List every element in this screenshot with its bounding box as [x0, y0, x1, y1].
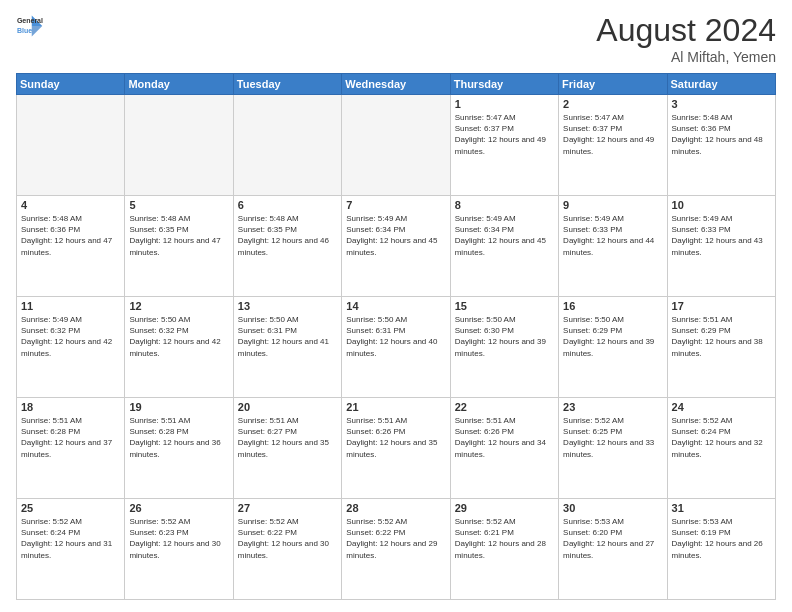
calendar-cell-w3-d7: 17Sunrise: 5:51 AMSunset: 6:29 PMDayligh…: [667, 297, 775, 398]
day-info: Sunrise: 5:52 AMSunset: 6:22 PMDaylight:…: [238, 516, 337, 561]
day-number: 15: [455, 300, 554, 312]
logo: General Blue: [16, 12, 44, 40]
calendar-cell-w2-d3: 6Sunrise: 5:48 AMSunset: 6:35 PMDaylight…: [233, 196, 341, 297]
calendar-cell-w5-d5: 29Sunrise: 5:52 AMSunset: 6:21 PMDayligh…: [450, 499, 558, 600]
day-info: Sunrise: 5:50 AMSunset: 6:32 PMDaylight:…: [129, 314, 228, 359]
calendar-cell-w5-d3: 27Sunrise: 5:52 AMSunset: 6:22 PMDayligh…: [233, 499, 341, 600]
col-monday: Monday: [125, 74, 233, 95]
day-number: 29: [455, 502, 554, 514]
day-number: 11: [21, 300, 120, 312]
day-number: 31: [672, 502, 771, 514]
day-number: 5: [129, 199, 228, 211]
calendar-week-3: 11Sunrise: 5:49 AMSunset: 6:32 PMDayligh…: [17, 297, 776, 398]
day-info: Sunrise: 5:51 AMSunset: 6:26 PMDaylight:…: [346, 415, 445, 460]
calendar-cell-w1-d5: 1Sunrise: 5:47 AMSunset: 6:37 PMDaylight…: [450, 95, 558, 196]
calendar-cell-w1-d4: [342, 95, 450, 196]
calendar-cell-w3-d3: 13Sunrise: 5:50 AMSunset: 6:31 PMDayligh…: [233, 297, 341, 398]
day-number: 3: [672, 98, 771, 110]
calendar-cell-w1-d2: [125, 95, 233, 196]
calendar-cell-w4-d2: 19Sunrise: 5:51 AMSunset: 6:28 PMDayligh…: [125, 398, 233, 499]
day-number: 8: [455, 199, 554, 211]
calendar-cell-w1-d6: 2Sunrise: 5:47 AMSunset: 6:37 PMDaylight…: [559, 95, 667, 196]
calendar-cell-w3-d5: 15Sunrise: 5:50 AMSunset: 6:30 PMDayligh…: [450, 297, 558, 398]
calendar-cell-w3-d6: 16Sunrise: 5:50 AMSunset: 6:29 PMDayligh…: [559, 297, 667, 398]
day-info: Sunrise: 5:49 AMSunset: 6:34 PMDaylight:…: [455, 213, 554, 258]
day-number: 9: [563, 199, 662, 211]
page: General Blue August 2024 Al Miftah, Yeme…: [0, 0, 792, 612]
day-number: 14: [346, 300, 445, 312]
day-number: 19: [129, 401, 228, 413]
day-info: Sunrise: 5:52 AMSunset: 6:23 PMDaylight:…: [129, 516, 228, 561]
day-info: Sunrise: 5:48 AMSunset: 6:36 PMDaylight:…: [21, 213, 120, 258]
calendar-cell-w1-d7: 3Sunrise: 5:48 AMSunset: 6:36 PMDaylight…: [667, 95, 775, 196]
calendar-cell-w3-d4: 14Sunrise: 5:50 AMSunset: 6:31 PMDayligh…: [342, 297, 450, 398]
day-info: Sunrise: 5:52 AMSunset: 6:24 PMDaylight:…: [21, 516, 120, 561]
day-number: 20: [238, 401, 337, 413]
col-thursday: Thursday: [450, 74, 558, 95]
calendar-week-5: 25Sunrise: 5:52 AMSunset: 6:24 PMDayligh…: [17, 499, 776, 600]
day-info: Sunrise: 5:50 AMSunset: 6:31 PMDaylight:…: [346, 314, 445, 359]
calendar-cell-w4-d3: 20Sunrise: 5:51 AMSunset: 6:27 PMDayligh…: [233, 398, 341, 499]
calendar-cell-w4-d1: 18Sunrise: 5:51 AMSunset: 6:28 PMDayligh…: [17, 398, 125, 499]
calendar-cell-w4-d4: 21Sunrise: 5:51 AMSunset: 6:26 PMDayligh…: [342, 398, 450, 499]
day-info: Sunrise: 5:51 AMSunset: 6:26 PMDaylight:…: [455, 415, 554, 460]
header: General Blue August 2024 Al Miftah, Yeme…: [16, 12, 776, 65]
day-info: Sunrise: 5:53 AMSunset: 6:19 PMDaylight:…: [672, 516, 771, 561]
day-number: 24: [672, 401, 771, 413]
day-info: Sunrise: 5:47 AMSunset: 6:37 PMDaylight:…: [455, 112, 554, 157]
col-friday: Friday: [559, 74, 667, 95]
calendar-week-4: 18Sunrise: 5:51 AMSunset: 6:28 PMDayligh…: [17, 398, 776, 499]
day-info: Sunrise: 5:47 AMSunset: 6:37 PMDaylight:…: [563, 112, 662, 157]
day-number: 16: [563, 300, 662, 312]
day-info: Sunrise: 5:52 AMSunset: 6:25 PMDaylight:…: [563, 415, 662, 460]
day-info: Sunrise: 5:50 AMSunset: 6:30 PMDaylight:…: [455, 314, 554, 359]
calendar-cell-w3-d2: 12Sunrise: 5:50 AMSunset: 6:32 PMDayligh…: [125, 297, 233, 398]
calendar-header-row: Sunday Monday Tuesday Wednesday Thursday…: [17, 74, 776, 95]
calendar-table: Sunday Monday Tuesday Wednesday Thursday…: [16, 73, 776, 600]
svg-text:General: General: [17, 17, 43, 24]
day-info: Sunrise: 5:49 AMSunset: 6:33 PMDaylight:…: [563, 213, 662, 258]
day-number: 28: [346, 502, 445, 514]
day-number: 10: [672, 199, 771, 211]
day-info: Sunrise: 5:51 AMSunset: 6:27 PMDaylight:…: [238, 415, 337, 460]
col-saturday: Saturday: [667, 74, 775, 95]
day-number: 6: [238, 199, 337, 211]
day-number: 30: [563, 502, 662, 514]
calendar-cell-w5-d6: 30Sunrise: 5:53 AMSunset: 6:20 PMDayligh…: [559, 499, 667, 600]
calendar-cell-w2-d4: 7Sunrise: 5:49 AMSunset: 6:34 PMDaylight…: [342, 196, 450, 297]
calendar-cell-w4-d7: 24Sunrise: 5:52 AMSunset: 6:24 PMDayligh…: [667, 398, 775, 499]
day-info: Sunrise: 5:51 AMSunset: 6:28 PMDaylight:…: [129, 415, 228, 460]
day-number: 22: [455, 401, 554, 413]
day-info: Sunrise: 5:52 AMSunset: 6:24 PMDaylight:…: [672, 415, 771, 460]
title-section: August 2024 Al Miftah, Yemen: [596, 12, 776, 65]
calendar-cell-w2-d2: 5Sunrise: 5:48 AMSunset: 6:35 PMDaylight…: [125, 196, 233, 297]
day-number: 13: [238, 300, 337, 312]
calendar-cell-w5-d1: 25Sunrise: 5:52 AMSunset: 6:24 PMDayligh…: [17, 499, 125, 600]
calendar-cell-w2-d1: 4Sunrise: 5:48 AMSunset: 6:36 PMDaylight…: [17, 196, 125, 297]
day-number: 7: [346, 199, 445, 211]
calendar-cell-w5-d2: 26Sunrise: 5:52 AMSunset: 6:23 PMDayligh…: [125, 499, 233, 600]
day-info: Sunrise: 5:51 AMSunset: 6:29 PMDaylight:…: [672, 314, 771, 359]
day-number: 2: [563, 98, 662, 110]
day-info: Sunrise: 5:48 AMSunset: 6:35 PMDaylight:…: [238, 213, 337, 258]
day-info: Sunrise: 5:53 AMSunset: 6:20 PMDaylight:…: [563, 516, 662, 561]
day-info: Sunrise: 5:52 AMSunset: 6:21 PMDaylight:…: [455, 516, 554, 561]
day-number: 17: [672, 300, 771, 312]
day-number: 1: [455, 98, 554, 110]
col-sunday: Sunday: [17, 74, 125, 95]
svg-text:Blue: Blue: [17, 27, 32, 34]
calendar-week-2: 4Sunrise: 5:48 AMSunset: 6:36 PMDaylight…: [17, 196, 776, 297]
calendar-cell-w4-d5: 22Sunrise: 5:51 AMSunset: 6:26 PMDayligh…: [450, 398, 558, 499]
day-number: 26: [129, 502, 228, 514]
day-info: Sunrise: 5:48 AMSunset: 6:35 PMDaylight:…: [129, 213, 228, 258]
day-info: Sunrise: 5:49 AMSunset: 6:34 PMDaylight:…: [346, 213, 445, 258]
logo-icon: General Blue: [16, 12, 44, 40]
day-info: Sunrise: 5:49 AMSunset: 6:32 PMDaylight:…: [21, 314, 120, 359]
day-number: 27: [238, 502, 337, 514]
day-number: 21: [346, 401, 445, 413]
calendar-cell-w1-d3: [233, 95, 341, 196]
calendar-cell-w5-d4: 28Sunrise: 5:52 AMSunset: 6:22 PMDayligh…: [342, 499, 450, 600]
calendar-week-1: 1Sunrise: 5:47 AMSunset: 6:37 PMDaylight…: [17, 95, 776, 196]
day-number: 12: [129, 300, 228, 312]
day-number: 25: [21, 502, 120, 514]
